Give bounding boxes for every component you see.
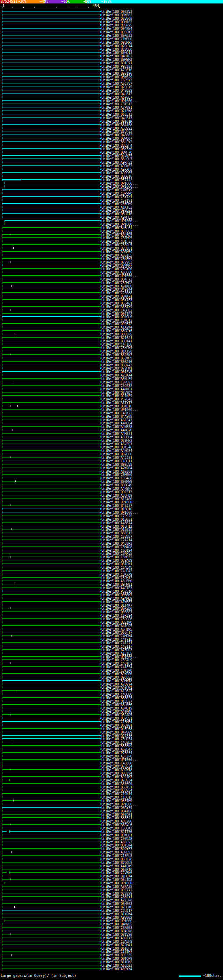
hit-bar[interactable] <box>0 672 101 676</box>
hit-bar[interactable] <box>0 54 101 58</box>
hit-bar[interactable] <box>0 511 101 514</box>
hit-label[interactable]: UniRef100_A9XXH5 <box>101 168 132 171</box>
hit-bar[interactable] <box>0 140 101 143</box>
hit-label[interactable]: UniRef100_Q66FT7 <box>101 631 132 634</box>
hit-bar[interactable] <box>0 445 101 449</box>
hit-bar[interactable] <box>0 617 101 620</box>
hit-bar[interactable] <box>0 466 101 470</box>
hit-bar[interactable] <box>0 487 101 490</box>
hit-label[interactable]: UniRef100_Q94GU0 <box>101 315 132 318</box>
hit-bar[interactable] <box>0 370 101 373</box>
hit-label[interactable]: UniRef100_B9S196 <box>101 72 132 75</box>
hit-label[interactable]: UniRef100_A9PP05 <box>101 172 132 175</box>
hit-label[interactable]: UniRef100_B9HW21 <box>101 583 132 586</box>
hit-label[interactable]: UniRef100_P57142 <box>101 178 132 181</box>
hit-bar[interactable] <box>0 552 101 555</box>
hit-bar[interactable] <box>0 144 101 147</box>
hit-bar[interactable] <box>0 490 101 494</box>
hit-bar[interactable] <box>0 645 101 648</box>
hit-bar[interactable] <box>0 799 101 802</box>
hit-label[interactable]: UniRef100_C40TH2 <box>101 662 132 665</box>
hit-bar[interactable] <box>0 274 101 277</box>
hit-bar[interactable] <box>0 295 101 298</box>
hit-bar[interactable] <box>0 27 101 30</box>
hit-bar[interactable] <box>0 309 101 312</box>
hit-bar[interactable] <box>0 367 101 370</box>
hit-label[interactable]: UniRef100_B9RG33 <box>101 34 132 37</box>
hit-label[interactable]: UniRef100_Q7VHW1 <box>101 367 132 370</box>
hit-label[interactable]: UniRef100_A4NB58 <box>101 425 132 428</box>
hit-label[interactable]: UniRef100_A7PG91 <box>101 106 132 109</box>
hit-label[interactable]: UniRef100_B9MYM2 <box>101 58 132 61</box>
hit-bar[interactable] <box>0 943 101 947</box>
hit-label[interactable]: UniRef100_A4NG54 <box>101 449 132 452</box>
hit-label[interactable]: UniRef100_Q0WF70 <box>101 151 132 154</box>
hit-label[interactable]: UniRef100_C3UR54 <box>101 737 132 740</box>
hit-bar[interactable] <box>0 261 101 264</box>
hit-label[interactable]: UniRef100_C2S088 <box>101 291 132 294</box>
hit-bar[interactable] <box>0 635 101 638</box>
hit-bar[interactable] <box>0 669 101 672</box>
hit-bar[interactable] <box>0 947 101 950</box>
hit-label[interactable]: UniRef100_A3U0E6 <box>101 703 132 706</box>
hit-label[interactable]: UniRef100_C7P925 <box>101 514 132 518</box>
hit-label[interactable]: UniRef100_C0GYQ0 <box>101 267 132 270</box>
hit-label[interactable]: UniRef100_A6GDY6 <box>101 329 132 332</box>
hit-bar[interactable] <box>0 878 101 881</box>
hit-bar[interactable] <box>0 172 101 175</box>
hit-bar[interactable] <box>0 717 101 720</box>
hit-bar[interactable] <box>0 110 101 113</box>
hit-bar[interactable] <box>0 432 101 435</box>
hit-label[interactable]: UniRef100_B8XU16 <box>101 405 132 408</box>
hit-label[interactable]: UniRef100_Q30S54 <box>101 789 132 792</box>
hit-label[interactable]: UniRef100_Q6HJ28 <box>101 858 132 861</box>
hit-bar[interactable] <box>0 607 101 610</box>
hit-label[interactable]: UniRef100_B3E8K9 <box>101 744 132 748</box>
hit-bar[interactable] <box>0 360 101 363</box>
hit-bar[interactable] <box>0 806 101 809</box>
hit-label[interactable]: UniRef100_Q8W007 <box>101 137 132 140</box>
hit-bar[interactable] <box>0 768 101 772</box>
hit-label[interactable]: UniRef100_B7JM41 <box>101 943 132 947</box>
hit-label[interactable]: UniRef100_Q42029 <box>101 89 132 92</box>
hit-bar[interactable] <box>0 477 101 480</box>
hit-label[interactable]: UniRef100_B9SLV8 <box>101 463 132 466</box>
hit-bar[interactable] <box>0 343 101 346</box>
hit-bar[interactable] <box>0 254 101 257</box>
hit-bar[interactable] <box>0 498 101 501</box>
hit-bar[interactable] <box>0 21 101 24</box>
hit-bar[interactable] <box>0 875 101 878</box>
hit-bar[interactable] <box>0 933 101 936</box>
hit-label[interactable]: UniRef100_B70S34 <box>101 779 132 782</box>
hit-label[interactable]: UniRef100_C2A214 <box>101 538 132 542</box>
hit-label[interactable]: UniRef100_UPI000... <box>101 501 138 504</box>
hit-label[interactable]: UniRef100_B6B0Z8 <box>101 696 132 700</box>
hit-bar[interactable] <box>0 576 101 579</box>
hit-bar[interactable] <box>0 422 101 425</box>
hit-bar[interactable] <box>0 401 101 404</box>
hit-bar[interactable] <box>0 600 101 603</box>
hit-bar[interactable] <box>0 744 101 748</box>
hit-label[interactable]: UniRef100_C5S488 <box>101 477 132 480</box>
hit-bar[interactable] <box>0 388 101 391</box>
hit-label[interactable]: UniRef100_C4UBB0 <box>101 693 132 696</box>
hit-bar[interactable] <box>0 473 101 476</box>
hit-label[interactable]: UniRef100_Q82UP6 <box>101 453 132 456</box>
hit-label[interactable]: UniRef100_B70534 <box>101 765 132 768</box>
hit-label[interactable]: UniRef100_C13ME4 <box>101 720 132 724</box>
hit-label[interactable]: UniRef100_UPI000... <box>101 803 138 806</box>
hit-label[interactable]: UniRef100_B0B296 <box>101 360 132 363</box>
hit-bar[interactable] <box>0 302 101 305</box>
hit-bar[interactable] <box>0 202 101 205</box>
hit-label[interactable]: UniRef100_B8LVF4 <box>101 144 132 147</box>
hit-bar[interactable] <box>0 546 101 549</box>
hit-label[interactable]: UniRef100_C6AL48 <box>101 566 132 569</box>
hit-bar[interactable] <box>0 412 101 415</box>
hit-bar[interactable] <box>0 559 101 562</box>
hit-bar[interactable] <box>0 899 101 902</box>
hit-label[interactable]: UniRef100_Q43662 <box>101 134 132 137</box>
hit-bar[interactable] <box>0 17 101 20</box>
hit-bar[interactable] <box>0 199 101 202</box>
hit-label[interactable]: UniRef100_B2VQE0 <box>101 48 132 51</box>
hit-label[interactable]: UniRef100_Q2QLY4 <box>101 45 132 48</box>
